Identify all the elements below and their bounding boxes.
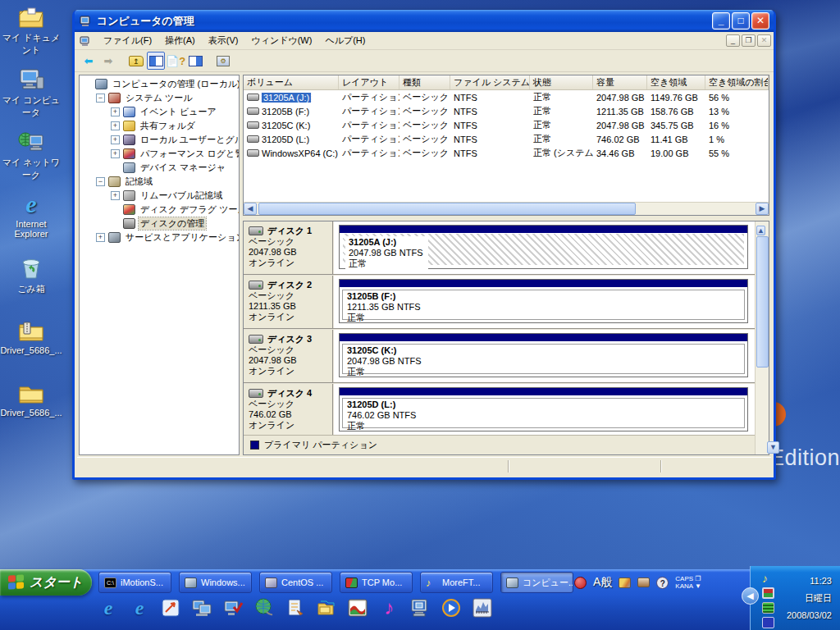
task-button-tcp-monitor[interactable]: TCP Mo... (340, 572, 413, 593)
expand-icon[interactable] (111, 121, 120, 130)
ime-input-mode[interactable]: A般 (593, 575, 612, 590)
help-topics-button[interactable]: 📄? (167, 52, 185, 70)
column-status[interactable]: 状態 (530, 75, 593, 89)
close-button[interactable]: ✕ (751, 12, 769, 30)
music-app-tray-icon[interactable]: ♪ (762, 573, 774, 584)
show-action-pane-button[interactable] (186, 52, 204, 70)
desktop-icon-my-documents[interactable]: マイ ドキュメント (0, 5, 62, 57)
menu-view[interactable]: 表示(V) (202, 32, 245, 49)
tree-item-system-tools[interactable]: システム ツール (80, 91, 239, 105)
menu-action[interactable]: 操作(A) (158, 32, 202, 49)
collapse-icon[interactable] (96, 94, 105, 103)
partition-31205C[interactable]: 31205C (K:) 2047.98 GB NTFS 正常 (339, 333, 748, 377)
partition-31205B[interactable]: 31205B (F:) 1211.35 GB NTFS 正常 (339, 279, 748, 323)
scrollbar-thumb[interactable] (258, 203, 636, 215)
expand-icon[interactable] (111, 135, 120, 144)
partition-31205D[interactable]: 31205D (L:) 746.02 GB NTFS 正常 (339, 387, 748, 431)
volume-row[interactable]: 31205B (F:) パーティション ベーシック NTFS 正常 1211.3… (244, 104, 769, 118)
task-button-windows[interactable]: Windows... (179, 572, 252, 593)
disk-3-label[interactable]: ディスク 3 ベーシック 2047.98 GB オンライン (244, 330, 334, 382)
tree-item-shared-folders[interactable]: 共有フォルダ (80, 119, 239, 133)
internet-explorer-icon[interactable]: e (128, 596, 151, 619)
volume-row[interactable]: WindowsXP64 (C:) パーティション ベーシック NTFS 正常 (… (244, 146, 769, 160)
column-free-percent[interactable]: 空き領域の割合 (705, 75, 769, 89)
tree-item-removable-storage[interactable]: リムーバブル記憶域 (80, 189, 239, 203)
desktop-icon-driver-zip[interactable]: Driver_5686_... (0, 318, 62, 355)
expand-icon[interactable] (111, 149, 120, 158)
back-button[interactable]: ⬅ (80, 52, 98, 70)
horizontal-scrollbar[interactable]: ◀ ▶ (244, 202, 769, 215)
disk-4-label[interactable]: ディスク 4 ベーシック 746.02 GB オンライン (244, 384, 334, 436)
tree-item-storage[interactable]: 記憶域 (80, 175, 239, 189)
tree-item-disk-management[interactable]: ディスクの管理 (80, 217, 239, 231)
column-volume[interactable]: ボリューム (244, 75, 339, 89)
security-tray-icon[interactable] (762, 617, 774, 628)
hide-icons-chevron[interactable]: ◀ (742, 587, 759, 605)
clock[interactable]: 11:23 日曜日 2008/03/02 (787, 573, 832, 624)
folders-icon[interactable] (315, 596, 338, 619)
scroll-right-button[interactable]: ▶ (756, 203, 769, 215)
desktop-icon-driver-folder[interactable]: Driver_5686_... (0, 381, 62, 418)
remote-desktop-icon[interactable] (409, 596, 431, 619)
disk-2-label[interactable]: ディスク 2 ベーシック 1211.35 GB オンライン (244, 276, 334, 328)
child-minimize-button[interactable]: _ (726, 34, 740, 47)
volume-row[interactable]: 31205A (J:) パーティション ベーシック NTFS 正常 2047.9… (244, 90, 769, 104)
system-monitor-icon[interactable] (471, 596, 494, 619)
expand-icon[interactable] (96, 233, 105, 242)
tree-item-computer-management[interactable]: コンピュータの管理 (ローカル) (80, 77, 239, 91)
tree-item-disk-defragmenter[interactable]: ディスク デフラグ ツール (80, 203, 239, 217)
ime-tools-icon[interactable] (619, 578, 631, 588)
console-options-button[interactable]: ⚙ (214, 52, 232, 70)
collapse-icon[interactable] (96, 177, 105, 186)
up-one-level-button[interactable]: ↥ (127, 52, 145, 70)
scrollbar-thumb[interactable] (756, 236, 769, 368)
task-button-centos[interactable]: CentOS ... (259, 572, 332, 593)
menu-file[interactable]: ファイル(F) (97, 32, 158, 49)
column-free-space[interactable]: 空き領域 (647, 75, 705, 89)
partition-31205A[interactable]: 31205A (J:) 2047.98 GB NTFS 正常 (339, 225, 748, 269)
window-titlebar[interactable]: コンピュータの管理 _ □ ✕ (75, 10, 774, 32)
desktop-icon-my-computer[interactable]: マイ コンピュータ (0, 67, 62, 119)
menu-window[interactable]: ウィンドウ(W) (244, 32, 318, 49)
desktop-icon-recycle-bin[interactable]: ごみ箱 (0, 256, 62, 295)
desktop-icon-internet-explorer[interactable]: e Internet Explorer (0, 192, 62, 239)
task-button-computer-management[interactable]: コンピュー... (500, 572, 573, 593)
tree-item-services-applications[interactable]: サービスとアプリケーション (80, 231, 239, 244)
task-list-icon[interactable] (284, 596, 307, 619)
column-filesystem[interactable]: ファイル システム (450, 75, 530, 89)
column-layout[interactable]: レイアウト (339, 75, 399, 89)
ime-lock-indicators[interactable]: CAPS ❐ KANA ▼ (675, 575, 701, 590)
start-button[interactable]: スタート (0, 569, 92, 596)
tree-item-performance-logs[interactable]: パフォーマンス ログと警告 (80, 147, 239, 161)
minimize-button[interactable]: _ (712, 12, 730, 30)
scroll-down-button[interactable]: ▼ (767, 441, 779, 454)
media-player-icon[interactable] (440, 596, 463, 619)
scroll-up-button[interactable]: ▲ (756, 226, 765, 235)
tree-item-event-viewer[interactable]: イベント ビューア (80, 105, 239, 119)
disk-1-label[interactable]: ディスク 1 ベーシック 2047.98 GB オンライン (244, 221, 334, 274)
desktop-icon-my-network[interactable]: マイ ネットワーク (0, 130, 62, 181)
music-note-icon[interactable]: ♪ (377, 596, 400, 619)
msn-explorer-icon[interactable] (159, 596, 182, 619)
picture-viewer-icon[interactable] (346, 596, 369, 619)
ime-pen-icon[interactable] (574, 577, 587, 589)
maximize-button[interactable]: □ (732, 12, 750, 30)
scroll-left-button[interactable]: ◀ (244, 203, 257, 215)
expand-icon[interactable] (111, 191, 120, 200)
show-console-tree-button[interactable] (147, 52, 165, 70)
security-check-icon[interactable] (221, 596, 244, 619)
network-activity-tray-icon[interactable] (762, 602, 774, 614)
expand-icon[interactable] (111, 107, 120, 116)
column-type[interactable]: 種類 (399, 75, 450, 89)
internet-explorer-icon[interactable]: e (97, 596, 120, 619)
vertical-scrollbar[interactable]: ▲ ▼ (755, 221, 769, 454)
column-capacity[interactable]: 容量 (593, 75, 647, 89)
tree-item-device-manager[interactable]: デバイス マネージャ (80, 161, 239, 175)
volume-row[interactable]: 31205D (L:) パーティション ベーシック NTFS 正常 746.02… (244, 132, 769, 146)
child-restore-button[interactable]: ❐ (742, 34, 756, 47)
monitor-tray-icon[interactable] (762, 587, 774, 599)
task-button-imotion[interactable]: C:\iMotionS... (98, 572, 171, 593)
volume-row[interactable]: 31205C (K:) パーティション ベーシック NTFS 正常 2047.9… (244, 118, 769, 132)
ime-help-icon[interactable]: ? (656, 577, 669, 589)
my-computer-icon[interactable] (190, 596, 213, 619)
